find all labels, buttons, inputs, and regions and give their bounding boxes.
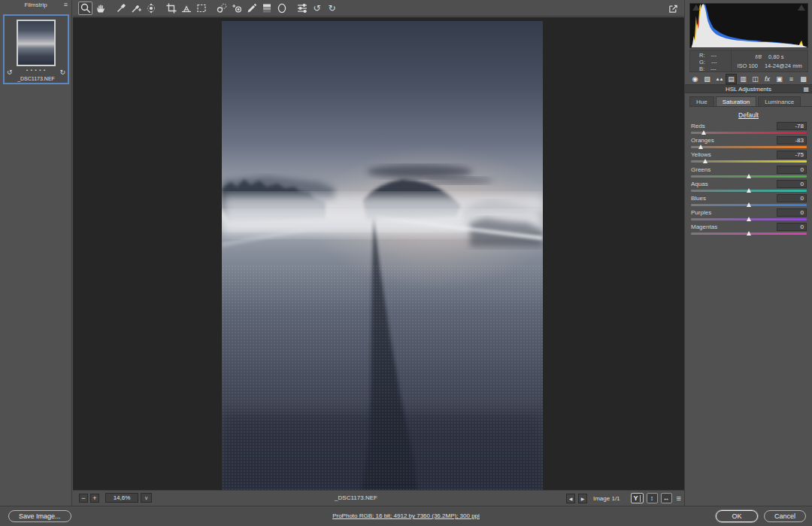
save-image-button[interactable]: Save Image...: [8, 510, 71, 522]
filmstrip-title: Filmstrip: [0, 2, 71, 8]
slider-thumb[interactable]: [747, 202, 751, 207]
slider-value-field[interactable]: 0: [777, 208, 807, 217]
slider-thumb[interactable]: [701, 130, 706, 135]
slider-label: Oranges: [691, 137, 714, 144]
rating-dots[interactable]: • • • • •: [5, 68, 68, 72]
highlight-clipping-indicator[interactable]: [798, 5, 805, 11]
red-eye-tool-button[interactable]: [229, 2, 244, 15]
hsl-slider-purples: Purples0: [691, 208, 807, 222]
tab-presets[interactable]: ≡: [786, 74, 796, 84]
hsl-tab-saturation[interactable]: Saturation: [716, 96, 756, 106]
copy-settings-button[interactable]: ↔: [661, 493, 672, 503]
fullscreen-icon: [668, 3, 679, 14]
slider-track[interactable]: [691, 160, 807, 163]
zoom-dropdown-button[interactable]: ∨: [141, 493, 152, 503]
straighten-tool-button[interactable]: [179, 2, 193, 15]
hsl-panel-menu-icon[interactable]: ▦: [803, 86, 809, 93]
crop-icon: [165, 2, 177, 14]
hsl-panel-title: HSL Adjustments: [685, 86, 812, 93]
before-after-divider: [640, 495, 641, 502]
crop-tool-button[interactable]: [164, 2, 178, 15]
slider-thumb[interactable]: [747, 231, 751, 236]
default-link[interactable]: Default: [685, 111, 812, 119]
tab-lens-corrections[interactable]: ◫: [750, 74, 760, 84]
slider-track[interactable]: [691, 132, 807, 134]
slider-thumb[interactable]: [747, 217, 751, 221]
before-after-button[interactable]: Y: [631, 493, 644, 503]
preview-canvas[interactable]: [73, 17, 684, 490]
slider-value-field[interactable]: 0: [777, 166, 807, 174]
next-image-button[interactable]: ▶: [578, 494, 587, 503]
transform-tool-button[interactable]: [194, 2, 208, 15]
tab-basic[interactable]: ◉: [690, 74, 700, 84]
zoom-tool-button[interactable]: [78, 2, 92, 15]
lens-info: ISO 10014-24@24 mm: [732, 62, 807, 69]
slider-value-field[interactable]: -78: [777, 122, 807, 130]
tab-camera-calibration[interactable]: ▣: [774, 74, 784, 84]
prev-image-button[interactable]: ◀: [566, 494, 575, 503]
slider-thumb[interactable]: [698, 144, 703, 149]
graduated-filter-icon: [261, 2, 273, 14]
preferences-sliders-icon: [296, 2, 308, 14]
histogram[interactable]: [689, 3, 808, 48]
tab-split-toning[interactable]: ▥: [738, 74, 748, 84]
preview-menu-button[interactable]: ≡: [677, 494, 680, 503]
ok-button[interactable]: OK: [716, 510, 758, 522]
photo-preview[interactable]: [222, 21, 543, 490]
tab-hsl-grayscale[interactable]: ▤: [726, 74, 736, 84]
slider-value-field[interactable]: -83: [777, 136, 807, 144]
hsl-slider-magentas: Magentas0: [691, 222, 807, 236]
slider-track[interactable]: [691, 233, 807, 235]
zoom-in-button[interactable]: +: [90, 494, 99, 503]
cancel-button[interactable]: Cancel: [764, 510, 806, 522]
slider-thumb[interactable]: [703, 159, 707, 163]
tab-snapshots[interactable]: ▩: [798, 74, 808, 84]
hand-icon: [95, 2, 107, 14]
slider-thumb[interactable]: [747, 188, 751, 193]
tab-detail[interactable]: ▲▲: [714, 74, 724, 84]
color-sampler-tool-button[interactable]: [129, 2, 143, 15]
hand-tool-button[interactable]: [93, 2, 108, 15]
targeted-adjustment-tool-button[interactable]: [144, 2, 158, 15]
thumbnail-image[interactable]: [17, 20, 56, 66]
hsl-panel-header: HSL Adjustments ▦: [685, 84, 812, 93]
slider-thumb[interactable]: [747, 174, 751, 178]
zoom-out-button[interactable]: −: [79, 494, 88, 503]
filmstrip-thumbnail[interactable]: • • • • • ↺ ↻ _DSC1173.NEF: [3, 14, 69, 84]
rotate-cw-icon[interactable]: ↻: [59, 68, 65, 76]
slider-value-field[interactable]: -75: [777, 151, 807, 159]
panel-tab-strip: ◉ ▧ ▲▲ ▤ ▥ ◫ fx ▣ ≡ ▩: [690, 74, 808, 84]
radial-filter-tool-button[interactable]: [274, 2, 289, 15]
rotate-right-button[interactable]: ↻: [325, 2, 339, 15]
slider-track[interactable]: [691, 146, 807, 148]
swap-before-after-button[interactable]: ↕: [647, 493, 658, 503]
white-balance-tool-button[interactable]: [114, 2, 128, 15]
slider-track[interactable]: [691, 204, 807, 206]
hsl-tab-luminance[interactable]: Luminance: [758, 96, 801, 106]
slider-track[interactable]: [691, 218, 807, 220]
workflow-options-link[interactable]: ProPhoto RGB; 16 bit; 4912 by 7360 (36.2…: [188, 512, 624, 519]
shadow-clipping-indicator[interactable]: [692, 5, 700, 11]
adjustment-brush-tool-button[interactable]: [244, 2, 259, 15]
slider-value-field[interactable]: 0: [777, 223, 807, 231]
rgb-readout: R:--- G:--- B:---: [690, 50, 731, 71]
slider-value-field[interactable]: 0: [777, 194, 807, 202]
adjustments-panel: R:--- G:--- B:--- f/80,80 s ISO 10014-24…: [684, 0, 812, 506]
spot-removal-tool-button[interactable]: [214, 2, 229, 15]
color-sampler-icon: [130, 2, 142, 14]
slider-track[interactable]: [691, 175, 807, 178]
slider-track[interactable]: [691, 190, 807, 192]
graduated-filter-tool-button[interactable]: [259, 2, 274, 15]
rotate-left-button[interactable]: ↺: [310, 2, 324, 15]
preferences-button[interactable]: [295, 2, 309, 15]
tab-tone-curve[interactable]: ▧: [702, 74, 712, 84]
slider-label: Reds: [691, 123, 705, 129]
slider-label: Purples: [691, 209, 711, 216]
rotate-ccw-icon[interactable]: ↺: [7, 68, 13, 76]
zoom-level-field[interactable]: 14,6%: [105, 493, 138, 503]
tab-effects[interactable]: fx: [762, 74, 772, 84]
slider-value-field[interactable]: 0: [777, 180, 807, 188]
hsl-tab-hue[interactable]: Hue: [689, 96, 714, 106]
fullscreen-toggle-button[interactable]: [666, 2, 680, 15]
filmstrip-menu-icon[interactable]: ≡: [64, 1, 68, 8]
